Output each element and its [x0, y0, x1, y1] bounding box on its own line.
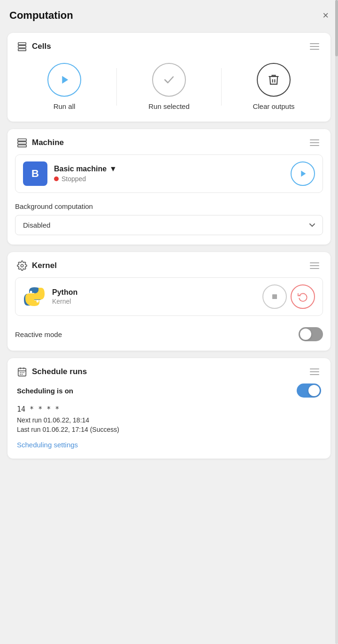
- svg-marker-7: [301, 171, 306, 177]
- machine-title: Machine: [17, 138, 64, 148]
- schedule-content: Scheduling is on 14 * * * * Next run 01.…: [8, 383, 330, 459]
- kernel-restart-button[interactable]: [291, 284, 315, 309]
- kernel-header: Kernel: [8, 252, 330, 277]
- schedule-header: Schedule runs: [8, 358, 330, 383]
- clear-outputs-label: Clear outputs: [253, 102, 294, 110]
- kernel-panel: Kernel Python Kernel: [8, 252, 330, 351]
- svg-point-9: [30, 291, 32, 293]
- kernel-stop-button[interactable]: [262, 284, 287, 309]
- reactive-mode-row: Reactive mode: [8, 323, 330, 351]
- machine-name[interactable]: Basic machine ▼: [54, 165, 284, 173]
- run-selected-check-icon: [162, 73, 176, 87]
- stop-icon: [270, 292, 279, 301]
- reactive-mode-label: Reactive mode: [15, 330, 62, 338]
- cells-title: Cells: [17, 41, 51, 52]
- svg-rect-6: [18, 145, 26, 147]
- run-selected-action[interactable]: Run selected: [117, 63, 221, 110]
- kernel-menu-icon[interactable]: [308, 261, 321, 271]
- page-title: Computation: [9, 9, 73, 22]
- svg-rect-5: [18, 142, 26, 144]
- title-bar: Computation ×: [0, 0, 338, 25]
- cells-header: Cells: [8, 33, 330, 58]
- svg-rect-2: [18, 49, 26, 51]
- reactive-mode-toggle[interactable]: [299, 327, 323, 341]
- cells-menu-icon[interactable]: [308, 41, 321, 52]
- cells-actions: Run all Run selected: [8, 58, 330, 122]
- machine-header: Machine: [8, 129, 330, 154]
- cells-panel: Cells Run all Run selected: [8, 33, 330, 122]
- close-icon[interactable]: ×: [323, 10, 329, 21]
- svg-marker-3: [62, 76, 68, 84]
- restart-icon: [298, 291, 308, 302]
- bg-computation-select[interactable]: Disabled Enabled: [15, 215, 323, 235]
- kernel-gear-icon: [17, 261, 27, 271]
- machine-start-button[interactable]: [291, 161, 315, 186]
- machine-status: Stopped: [54, 175, 284, 183]
- svg-rect-4: [18, 139, 26, 141]
- bg-computation-label: Background computation: [15, 202, 323, 210]
- clear-outputs-circle[interactable]: [257, 63, 291, 97]
- svg-point-10: [37, 300, 39, 303]
- cells-icon: [17, 41, 27, 52]
- scheduling-row: Scheduling is on: [17, 383, 321, 398]
- scrollbar-thumb[interactable]: [335, 0, 338, 56]
- schedule-next-run: Next run 01.06.22, 18:14: [17, 416, 321, 424]
- trash-icon: [267, 73, 280, 86]
- scheduling-toggle[interactable]: [297, 383, 321, 398]
- svg-rect-11: [272, 294, 277, 299]
- clear-outputs-action[interactable]: Clear outputs: [222, 63, 326, 110]
- scrollbar-track[interactable]: [335, 0, 338, 644]
- python-icon: [23, 285, 46, 308]
- machine-logo: B: [23, 161, 47, 186]
- machine-play-icon: [298, 169, 308, 179]
- machine-icon: [17, 138, 27, 148]
- svg-rect-1: [18, 46, 26, 48]
- bg-computation-section: Background computation Disabled Enabled: [8, 200, 330, 245]
- run-selected-label: Run selected: [148, 102, 190, 110]
- schedule-icon: [17, 367, 27, 377]
- kernel-title: Kernel: [17, 261, 57, 271]
- run-all-circle[interactable]: [47, 63, 81, 97]
- schedule-title: Schedule runs: [17, 367, 87, 377]
- kernel-name: Python: [52, 288, 256, 297]
- kernel-actions: [262, 284, 315, 309]
- run-all-play-icon: [58, 73, 71, 86]
- schedule-cron: 14 * * * *: [17, 405, 321, 414]
- stopped-dot: [54, 176, 59, 181]
- machine-info: Basic machine ▼ Stopped: [54, 165, 284, 183]
- scheduling-toggle-knob: [308, 385, 320, 396]
- run-all-action[interactable]: Run all: [12, 63, 116, 110]
- kernel-type: Kernel: [52, 298, 256, 305]
- run-all-label: Run all: [54, 102, 76, 110]
- scheduling-label: Scheduling is on: [17, 387, 73, 395]
- schedule-last-run: Last run 01.06.22, 17:14 (Success): [17, 426, 321, 433]
- svg-rect-0: [18, 43, 26, 45]
- kernel-info: Python Kernel: [52, 288, 256, 305]
- machine-panel: Machine B Basic machine ▼ Stopped Backgr…: [8, 129, 330, 245]
- kernel-card: Python Kernel: [15, 277, 323, 316]
- machine-dropdown-arrow[interactable]: ▼: [109, 165, 117, 173]
- scheduling-settings-link[interactable]: Scheduling settings: [17, 441, 78, 449]
- toggle-knob: [300, 329, 311, 340]
- schedule-panel: Schedule runs Scheduling is on 14 * * * …: [8, 358, 330, 459]
- machine-menu-icon[interactable]: [308, 138, 321, 148]
- svg-point-8: [21, 264, 23, 267]
- machine-card: B Basic machine ▼ Stopped: [15, 154, 323, 193]
- schedule-menu-icon[interactable]: [308, 367, 321, 377]
- run-selected-circle[interactable]: [152, 63, 186, 97]
